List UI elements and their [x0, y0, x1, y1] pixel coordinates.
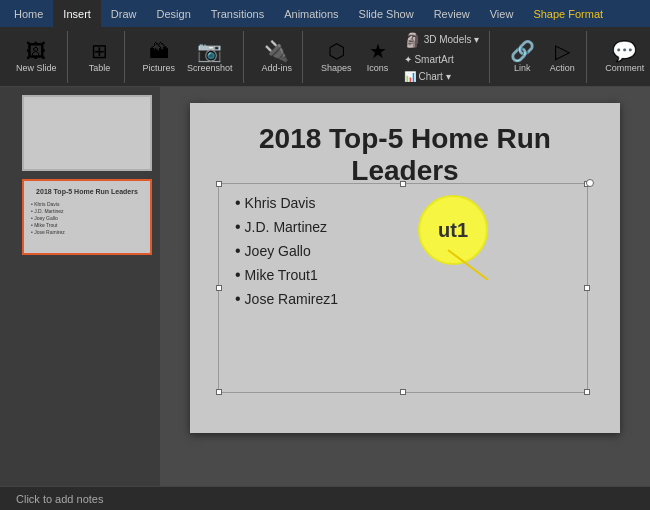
canvas-area[interactable]: 2018 Top-5 Home Run Leaders Khris Davis … — [160, 87, 650, 486]
ribbon-col-3d: 🗿3D Models ▾ ✦ SmartArt 📊 Chart ▾ — [400, 30, 484, 84]
tab-insert[interactable]: Insert — [53, 0, 101, 27]
icons-icon: ★ — [369, 41, 387, 61]
pictures-icon: 🏔 — [149, 41, 169, 61]
table-button[interactable]: ⊞ Table — [82, 39, 118, 75]
link-icon: 🔗 — [510, 41, 535, 61]
handle-tm[interactable] — [400, 181, 406, 187]
shapes-button[interactable]: ⬡ Shapes — [317, 39, 356, 75]
screenshot-button[interactable]: 📷 Screenshot — [183, 39, 237, 75]
tab-animations[interactable]: Animations — [274, 0, 348, 27]
comment-icon: 💬 — [612, 41, 637, 61]
slide-thumb-container-1: 1 — [6, 95, 154, 171]
table-icon: ⊞ — [91, 41, 108, 61]
shapes-icon: ⬡ — [328, 41, 345, 61]
tab-home[interactable]: Home — [4, 0, 53, 27]
ribbon-tabs: Home Insert Draw Design Transitions Anim… — [0, 0, 650, 27]
ribbon-group-slides: 🖼 New Slide — [6, 31, 68, 83]
new-slide-button[interactable]: 🖼 New Slide — [12, 39, 61, 75]
svg-line-0 — [448, 250, 488, 280]
slide-thumbnail-1[interactable] — [22, 95, 152, 171]
slide-body[interactable]: Khris Davis J.D. Martinez Joey Gallo Mik… — [218, 183, 588, 393]
notes-placeholder: Click to add notes — [16, 493, 103, 505]
tab-design[interactable]: Design — [147, 0, 201, 27]
addins-icon: 🔌 — [264, 41, 289, 61]
notes-bar[interactable]: Click to add notes — [0, 486, 650, 510]
ribbon-group-addins: 🔌 Add-ins — [252, 31, 304, 83]
list-item-3: Joey Gallo — [235, 242, 571, 260]
ribbon-group-tables: ⊞ Table — [76, 31, 125, 83]
list-item-1: Khris Davis — [235, 194, 571, 212]
action-button[interactable]: ▷ Action — [544, 39, 580, 75]
slide-thumb-list-2: • Khris Davis• J.D. Martinez• Joey Gallo… — [27, 199, 147, 238]
ribbon-group-comments: 💬 Comment — [595, 31, 650, 83]
pictures-button[interactable]: 🏔 Pictures — [139, 39, 180, 75]
link-button[interactable]: 🔗 Link — [504, 39, 540, 75]
main-area: 1 2 2018 Top-5 Home Run Leaders • Khris … — [0, 87, 650, 486]
handle-bm[interactable] — [400, 389, 406, 395]
ribbon-content: 🖼 New Slide ⊞ Table 🏔 Pictures 📷 Screens… — [0, 27, 650, 87]
addins-button[interactable]: 🔌 Add-ins — [258, 39, 297, 75]
tab-transitions[interactable]: Transitions — [201, 0, 274, 27]
list-item-4: Mike Trout1 — [235, 266, 571, 284]
tab-draw[interactable]: Draw — [101, 0, 147, 27]
slide-thumb-title-2: 2018 Top-5 Home Run Leaders — [27, 184, 147, 199]
ribbon-group-links: 🔗 Link ▷ Action — [498, 31, 587, 83]
handle-ml[interactable] — [216, 285, 222, 291]
3dmodels-button[interactable]: 🗿3D Models ▾ — [400, 30, 484, 50]
handle-tl[interactable] — [216, 181, 222, 187]
tab-shapeformat[interactable]: Shape Format — [523, 0, 613, 27]
handle-br[interactable] — [584, 389, 590, 395]
icons-button[interactable]: ★ Icons — [360, 39, 396, 75]
slide-list: Khris Davis J.D. Martinez Joey Gallo Mik… — [235, 194, 571, 308]
ribbon-group-illustrations: ⬡ Shapes ★ Icons 🗿3D Models ▾ ✦ SmartArt… — [311, 31, 490, 83]
slide-canvas[interactable]: 2018 Top-5 Home Run Leaders Khris Davis … — [190, 103, 620, 433]
tab-slideshow[interactable]: Slide Show — [349, 0, 424, 27]
handle-bl[interactable] — [216, 389, 222, 395]
smartart-button[interactable]: ✦ SmartArt — [400, 52, 484, 67]
slide-title: 2018 Top-5 Home Run Leaders — [190, 123, 620, 187]
tab-view[interactable]: View — [480, 0, 524, 27]
list-item-5: Jose Ramirez1 — [235, 290, 571, 308]
action-icon: ▷ — [555, 41, 570, 61]
slide-panel[interactable]: 1 2 2018 Top-5 Home Run Leaders • Khris … — [0, 87, 160, 486]
ribbon-group-images: 🏔 Pictures 📷 Screenshot — [133, 31, 244, 83]
slide-thumbnail-2[interactable]: 2018 Top-5 Home Run Leaders • Khris Davi… — [22, 179, 152, 255]
callout-shape[interactable]: ut1 — [418, 195, 488, 265]
slide-thumb-container-2: 2 2018 Top-5 Home Run Leaders • Khris Da… — [6, 179, 154, 255]
callout-text: ut1 — [438, 219, 468, 242]
callout-line-svg — [438, 245, 518, 305]
screenshot-icon: 📷 — [197, 41, 222, 61]
handle-mr[interactable] — [584, 285, 590, 291]
new-slide-icon: 🖼 — [26, 41, 46, 61]
rotate-handle[interactable] — [586, 179, 594, 187]
3dmodels-icon: 🗿 — [404, 32, 421, 48]
list-item-2: J.D. Martinez — [235, 218, 571, 236]
chart-button[interactable]: 📊 Chart ▾ — [400, 69, 484, 84]
tab-review[interactable]: Review — [424, 0, 480, 27]
comment-button[interactable]: 💬 Comment — [601, 39, 648, 75]
